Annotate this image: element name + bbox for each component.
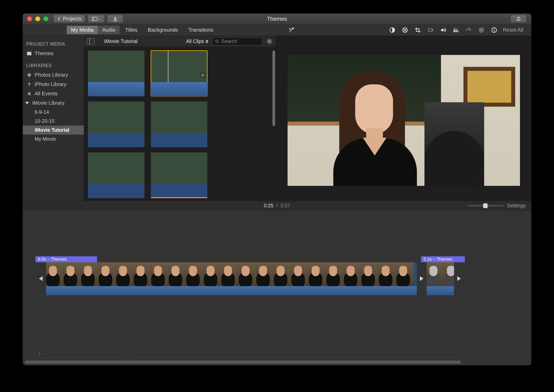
app-window: Projects ♪ Themes — [23, 14, 531, 365]
search-input[interactable]: Search — [212, 38, 262, 45]
current-time: 0:25 — [264, 203, 273, 209]
zoom-slider[interactable] — [468, 205, 504, 206]
tab-titles[interactable]: Titles — [120, 27, 142, 33]
sidebar-event[interactable]: 6-9-14 — [23, 108, 84, 117]
transition-handle[interactable] — [35, 269, 46, 288]
titlebar: Projects ♪ Themes — [23, 14, 531, 24]
browser-settings-button[interactable] — [266, 38, 273, 45]
sidebar-imovie-library[interactable]: iMovie Library — [23, 98, 84, 108]
volume-button[interactable] — [439, 26, 447, 34]
imovie-library-label: iMovie Library — [32, 100, 64, 106]
playhead-time: 0:25 / 0:57 — [264, 203, 290, 209]
timeline-settings-button[interactable]: Settings — [507, 203, 526, 209]
sidebar-event[interactable]: My Movie — [23, 134, 84, 143]
stabilize-button[interactable] — [427, 26, 435, 34]
clip-filter-label: All Clips — [186, 38, 204, 44]
transition-handle[interactable] — [454, 269, 465, 288]
svg-point-18 — [30, 74, 31, 76]
disclosure-triangle-icon[interactable] — [25, 102, 29, 104]
tab-audio[interactable]: Audio — [98, 26, 120, 34]
view-mode-button[interactable]: ♪ — [88, 15, 105, 23]
sidebar-all-events[interactable]: All Events — [23, 89, 84, 98]
sidebar-event-label: iMovie Tutorial — [35, 127, 70, 133]
sidebar-photos-library[interactable]: Photos Library — [23, 70, 84, 80]
media-clip[interactable]: + — [151, 50, 207, 96]
clip-tag[interactable]: 5.2s – Themes — [421, 256, 465, 262]
share-button[interactable] — [511, 15, 526, 23]
sidebar-toggle-button[interactable] — [87, 38, 94, 44]
updown-icon — [206, 40, 208, 43]
browser-scrollbar[interactable] — [273, 50, 275, 126]
crop-button[interactable] — [414, 26, 422, 34]
window-minimize-button[interactable] — [35, 16, 40, 21]
sidebar: PROJECT MEDIA Themes LIBRARIES Photos Li… — [23, 36, 84, 201]
transition-handle[interactable] — [417, 269, 428, 288]
projects-back-label: Projects — [63, 16, 82, 22]
sidebar-iphoto-library[interactable]: iPhoto Library — [23, 80, 84, 89]
enhance-button[interactable] — [288, 26, 295, 34]
color-balance-button[interactable] — [388, 26, 396, 34]
speed-button[interactable] — [465, 26, 473, 34]
timeline-clip[interactable] — [46, 262, 417, 295]
window-close-button[interactable] — [27, 16, 32, 21]
sidebar-event-label: 10-20-15 — [35, 118, 55, 124]
svg-rect-6 — [428, 29, 432, 31]
star-icon — [26, 91, 32, 96]
clip-tag[interactable]: 8.0s – Themes — [35, 256, 97, 262]
svg-text:♪: ♪ — [98, 17, 100, 21]
window-controls — [27, 16, 48, 21]
sidebar-event[interactable]: 10-20-15 — [23, 117, 84, 126]
svg-point-5 — [404, 29, 406, 31]
window-zoom-button[interactable] — [43, 16, 48, 21]
palm-icon — [26, 82, 32, 87]
eq-button[interactable] — [452, 26, 460, 34]
preview-canvas[interactable] — [288, 55, 520, 186]
sidebar-event-label: 6-9-14 — [35, 109, 49, 115]
media-clip[interactable] — [88, 152, 144, 198]
clip-filter-dropdown[interactable]: All Clips — [186, 38, 208, 44]
add-clip-button[interactable]: + — [199, 72, 206, 78]
media-tab-segment: My Media Audio — [66, 26, 120, 35]
tab-my-media[interactable]: My Media — [67, 26, 98, 34]
import-button[interactable] — [107, 15, 123, 23]
tab-backgrounds[interactable]: Backgrounds — [142, 27, 183, 33]
svg-rect-13 — [27, 53, 31, 55]
timeline-clip[interactable] — [427, 262, 454, 295]
clapper-icon — [26, 51, 32, 56]
media-clip[interactable] — [151, 152, 207, 198]
preview-viewer — [276, 36, 531, 201]
svg-rect-0 — [92, 17, 97, 21]
projects-back-button[interactable]: Projects — [54, 15, 85, 23]
sidebar-event[interactable]: iMovie Tutorial — [23, 126, 84, 134]
color-correction-button[interactable] — [401, 26, 409, 34]
flower-icon — [26, 73, 32, 77]
photos-library-label: Photos Library — [35, 72, 68, 78]
libraries-header: LIBRARIES — [23, 62, 84, 70]
media-clip[interactable] — [88, 101, 144, 147]
sidebar-event-label: My Movie — [35, 136, 56, 142]
svg-point-14 — [29, 74, 30, 76]
sidebar-themes[interactable]: Themes — [23, 49, 84, 58]
info-button[interactable] — [490, 26, 498, 34]
search-placeholder: Search — [221, 38, 237, 44]
tabs-row: My Media Audio Titles Backgrounds Transi… — [23, 24, 531, 36]
timeline-scrollbar[interactable] — [25, 361, 461, 364]
svg-rect-12 — [494, 30, 495, 31]
project-media-header: PROJECT MEDIA — [23, 40, 84, 49]
upper-pane: PROJECT MEDIA Themes LIBRARIES Photos Li… — [23, 36, 531, 201]
svg-point-20 — [216, 40, 218, 42]
filter-button[interactable] — [477, 26, 485, 34]
zoom-thumb[interactable] — [483, 203, 488, 208]
tab-transitions[interactable]: Transitions — [183, 27, 218, 33]
search-icon — [215, 39, 219, 44]
music-track[interactable]: ♪ — [35, 350, 526, 358]
reset-all-button[interactable]: Reset All — [503, 27, 523, 33]
media-browser: iMovie Tutorial All Clips Search + — [84, 36, 276, 201]
media-clip[interactable] — [151, 101, 207, 147]
iphoto-library-label: iPhoto Library — [35, 81, 66, 87]
timeline[interactable]: 8.0s – Themes5.2s – Themes ♪ — [23, 210, 531, 365]
music-icon: ♪ — [38, 351, 41, 357]
browser-toolbar: iMovie Tutorial All Clips Search — [84, 36, 276, 47]
svg-point-15 — [29, 73, 30, 74]
media-clip[interactable] — [88, 50, 144, 96]
